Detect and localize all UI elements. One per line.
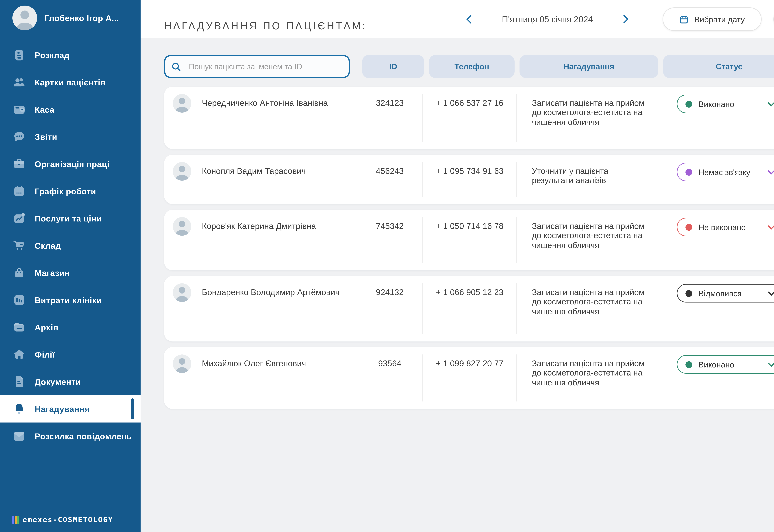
brand-logo: emexes-COSMETOLOGY — [12, 515, 113, 524]
chevron-down-icon — [768, 289, 774, 296]
status-dot — [686, 224, 692, 230]
status-cell: Не виконано — [663, 217, 774, 263]
patient-name: Чередниченко Антоніна Іванівна — [202, 94, 328, 142]
prev-day-button[interactable] — [461, 11, 477, 27]
sidebar-item-schedule[interactable]: Розклад — [0, 41, 140, 69]
next-day-button[interactable] — [617, 11, 634, 27]
chevron-right-icon — [620, 15, 629, 24]
chevron-down-icon — [768, 223, 774, 230]
sidebar-item-patient-cards[interactable]: Картки пацієнтів — [0, 69, 140, 96]
patient-avatar — [173, 217, 191, 236]
reminders-table: Чередниченко Антоніна Іванівна 324123 + … — [164, 87, 774, 409]
user-profile[interactable]: Глобенко Ігор А... — [0, 0, 140, 36]
patient-name-cell: Бондаренко Володимир Артёмович — [164, 283, 357, 334]
search-box — [164, 55, 350, 78]
status-dropdown[interactable]: Не виконано — [677, 218, 774, 236]
sidebar-item-label: Графік роботи — [35, 187, 96, 196]
reminder-text: Записати пацієнта на прийом до косметоло… — [517, 283, 663, 334]
person-silhouette-icon — [173, 283, 191, 302]
patient-name-cell: Михайлюк Олег Євгенович — [164, 354, 357, 401]
sidebar-item-reports[interactable]: Звіти — [0, 123, 140, 150]
patient-id: 93564 — [357, 354, 423, 401]
table-controls: ID Телефон Нагадування Статус Коментар с… — [164, 55, 774, 78]
person-silhouette-icon — [173, 354, 191, 373]
search-input[interactable] — [164, 55, 350, 78]
patient-avatar — [173, 162, 191, 181]
sidebar-item-work-schedule[interactable]: Графік роботи — [0, 178, 140, 205]
sidebar-item-branches[interactable]: Філії — [0, 341, 140, 368]
status-dropdown[interactable]: Виконано — [677, 95, 774, 113]
status-dot — [686, 101, 692, 107]
current-date-label: П'ятниця 05 січня 2024 — [502, 15, 593, 24]
patient-name-cell: Чередниченко Антоніна Іванівна — [164, 94, 357, 142]
status-header-label: Статус — [716, 62, 743, 71]
status-dropdown[interactable]: Відмовився — [677, 284, 774, 302]
status-dropdown[interactable]: Немає зв'язку — [677, 163, 774, 181]
patient-phone: + 1 095 734 91 63 — [423, 162, 517, 197]
column-header-status[interactable]: Статус — [663, 55, 774, 78]
patient-id: 324123 — [357, 94, 423, 142]
sidebar-item-label: Документи — [35, 377, 81, 386]
sidebar-item-label: Склад — [35, 241, 61, 250]
patient-name: Коров'як Катерина Дмитрівна — [202, 217, 316, 263]
sidebar-item-archive[interactable]: Архів — [0, 314, 140, 341]
app-window: Глобенко Ігор А... Розклад Картки пацієн… — [0, 0, 774, 532]
sidebar-item-message-broadcast[interactable]: Розсилка повідомлень — [0, 423, 140, 450]
sidebar-item-label: Розклад — [35, 50, 70, 60]
bell-icon — [12, 402, 26, 416]
patient-name: Михайлюк Олег Євгенович — [202, 354, 306, 401]
sidebar-item-documents[interactable]: Документи — [0, 368, 140, 395]
sidebar-item-label: Філії — [35, 350, 55, 359]
person-silhouette-icon — [173, 162, 191, 181]
briefcase-icon — [12, 157, 26, 171]
sidebar-item-label: Нагадування — [35, 404, 90, 414]
chevron-left-icon — [466, 15, 475, 24]
branches-icon — [12, 348, 26, 361]
sidebar-item-reminders[interactable]: Нагадування — [0, 395, 140, 423]
documents-icon — [12, 375, 26, 388]
sidebar-item-label: Послуги та ціни — [35, 214, 102, 223]
reminder-text: Уточнити у пацієнта результати аналізів — [517, 162, 663, 197]
schedule-icon — [12, 48, 26, 62]
patient-avatar — [173, 94, 191, 113]
sidebar-item-cash[interactable]: Каса — [0, 96, 140, 123]
page-title: НАГАДУВАННЯ ПО ПАЦІЄНТАМ: — [164, 20, 367, 32]
sidebar-item-work-organization[interactable]: Організація праці — [0, 150, 140, 178]
status-dropdown[interactable]: Виконано — [677, 355, 774, 374]
patient-phone: + 1 066 905 12 23 — [423, 283, 517, 334]
sidebar-item-label: Розсилка повідомлень — [35, 431, 132, 441]
patient-avatar — [173, 354, 191, 373]
sidebar-item-clinic-expenses[interactable]: Витрати клініки — [0, 286, 140, 314]
column-header-id: ID — [362, 55, 424, 78]
patients-icon — [12, 75, 26, 89]
work-calendar-icon — [12, 184, 26, 198]
person-silhouette-icon — [12, 6, 37, 30]
patient-id: 456243 — [357, 162, 423, 197]
sidebar-item-label: Організація праці — [35, 159, 109, 169]
table-row: Чередниченко Антоніна Іванівна 324123 + … — [164, 87, 774, 149]
reports-icon — [12, 130, 26, 144]
shop-bag-icon — [12, 266, 26, 280]
patient-phone: + 1 066 537 27 16 — [423, 94, 517, 142]
sidebar-item-label: Звіти — [35, 132, 57, 141]
status-label: Не виконано — [699, 222, 746, 232]
calendar-icon — [679, 15, 689, 24]
reminder-text: Записати пацієнта на прийом до косметоло… — [517, 217, 663, 263]
sidebar: Глобенко Ігор А... Розклад Картки пацієн… — [0, 0, 140, 532]
status-dot — [686, 290, 692, 297]
today-button[interactable]: Сьогодні — [773, 7, 774, 31]
patient-name-cell: Коров'як Катерина Дмитрівна — [164, 217, 357, 263]
logo-text: emexes-COSMETOLOGY — [23, 515, 113, 524]
sidebar-item-warehouse[interactable]: Склад — [0, 232, 140, 259]
sidebar-item-services-prices[interactable]: Послуги та ціни — [0, 205, 140, 232]
pick-date-button[interactable]: Вибрати дату — [663, 7, 762, 31]
sidebar-item-shop[interactable]: Магазин — [0, 259, 140, 286]
sidebar-divider — [11, 38, 129, 38]
chevron-down-icon — [768, 360, 774, 367]
status-label: Відмовився — [699, 289, 742, 298]
wallet-icon — [12, 103, 26, 116]
mail-icon — [12, 429, 26, 443]
status-label: Виконано — [699, 99, 734, 109]
expenses-icon — [12, 293, 26, 307]
top-actions: Вибрати дату Сьогодні Фільтр — [663, 7, 774, 31]
